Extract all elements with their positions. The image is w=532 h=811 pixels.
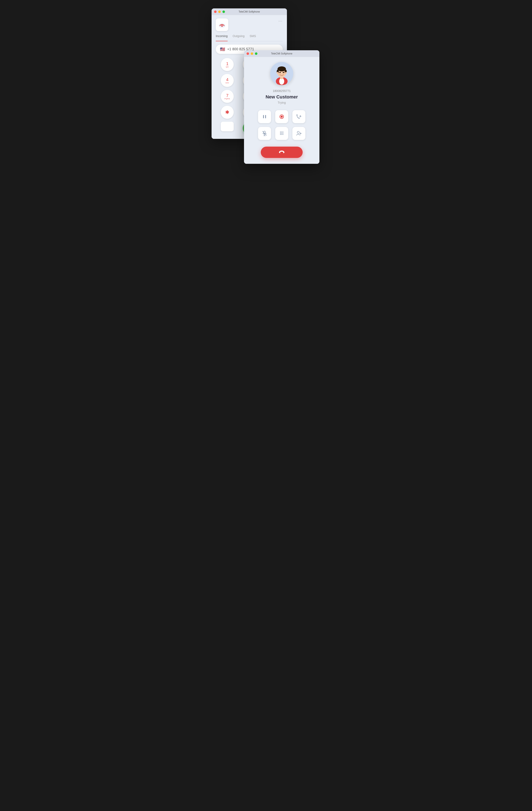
end-call-icon	[278, 150, 285, 155]
record-icon	[279, 114, 284, 119]
svg-point-32	[280, 134, 281, 135]
svg-point-10	[279, 72, 281, 73]
call-titlebar: TeleCMI Softphone	[244, 50, 319, 57]
mute-icon	[262, 131, 267, 136]
svg-point-7	[277, 66, 286, 72]
caller-name: New Customer	[265, 94, 298, 100]
dial-btn-star[interactable]: ✱	[221, 106, 234, 119]
caller-number: 18008255771	[273, 89, 291, 93]
call-maximize-button[interactable]	[255, 52, 257, 55]
call-body: 18008255771 New Customer Trying	[244, 57, 319, 164]
end-call-button[interactable]	[261, 147, 303, 158]
call-window-title: TeleCMI Softphone	[271, 52, 292, 55]
call-status: Trying	[278, 101, 286, 104]
svg-point-27	[281, 132, 282, 132]
svg-point-35	[297, 131, 299, 134]
svg-point-26	[280, 132, 281, 132]
svg-point-31	[283, 133, 284, 134]
caller-avatar	[270, 62, 293, 85]
dial-num-4: 4	[226, 77, 228, 82]
add-call-button[interactable]	[292, 110, 305, 123]
dial-letters-4: GHI	[226, 82, 229, 84]
country-flag-icon: 🇺🇸	[220, 47, 225, 52]
scene: TeleCMI Softphone ⋮ Incoming Outgo	[212, 9, 320, 172]
svg-point-12	[277, 72, 278, 74]
call-close-button[interactable]	[246, 52, 249, 55]
svg-point-28	[283, 132, 284, 132]
svg-point-13	[285, 72, 287, 74]
svg-point-1	[222, 25, 223, 27]
avatar-illustration	[270, 62, 293, 85]
dial-num-7: 7	[226, 93, 228, 98]
logo-box	[216, 18, 228, 31]
svg-rect-14	[263, 115, 264, 118]
dialer-titlebar: TeleCMI Softphone	[212, 9, 287, 15]
tab-sms[interactable]: SMS	[250, 34, 256, 40]
call-controls-row1	[258, 110, 305, 123]
maximize-button[interactable]	[223, 11, 225, 13]
add-call-icon	[296, 114, 302, 119]
svg-point-30	[281, 133, 282, 134]
svg-point-33	[281, 134, 282, 135]
close-button[interactable]	[214, 11, 216, 13]
tab-outgoing[interactable]: Outgoing	[233, 34, 245, 40]
dial-btn-4[interactable]: 4 GHI	[221, 74, 234, 87]
minimize-button[interactable]	[218, 11, 221, 13]
svg-point-29	[280, 133, 281, 134]
dial-num-1: 1	[226, 61, 228, 66]
mute-button[interactable]	[258, 127, 271, 140]
dial-btn-7[interactable]: 7 PQRS	[221, 90, 234, 103]
svg-point-19	[299, 118, 300, 119]
pause-icon	[262, 114, 267, 119]
dial-letters-7: PQRS	[225, 98, 230, 100]
tabs-bar: Incoming Outgoing SMS	[216, 34, 283, 41]
keypad-button[interactable]	[275, 127, 288, 140]
svg-point-11	[283, 72, 284, 73]
record-button[interactable]	[275, 110, 288, 123]
dialer-window-title: TeleCMI Softphone	[239, 10, 260, 13]
svg-point-34	[283, 134, 284, 135]
svg-point-18	[297, 114, 298, 116]
dialer-header: ⋮	[216, 18, 283, 31]
call-minimize-button[interactable]	[251, 52, 253, 55]
dial-btn-1[interactable]: 1 QD	[221, 58, 234, 71]
tab-incoming[interactable]: Incoming	[216, 34, 228, 40]
dial-empty-box	[221, 122, 234, 131]
pause-button[interactable]	[258, 110, 271, 123]
svg-point-17	[281, 116, 283, 118]
keypad-icon	[279, 131, 284, 136]
dial-star-icon: ✱	[225, 109, 229, 115]
call-window: TeleCMI Softphone	[244, 50, 319, 164]
dial-letters-1: QD	[226, 66, 229, 68]
add-contact-button[interactable]	[292, 127, 305, 140]
add-contact-icon	[296, 131, 302, 136]
call-controls-row2	[258, 127, 305, 140]
more-options-icon[interactable]: ⋮	[278, 19, 283, 24]
svg-rect-15	[265, 115, 266, 118]
telecmi-logo-icon	[218, 22, 226, 28]
